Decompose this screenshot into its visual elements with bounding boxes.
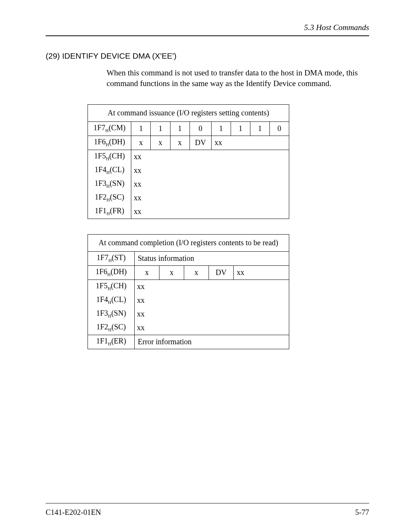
cl-value: xx	[131, 164, 289, 177]
sn-row-2: 1F3H(SN) xx	[88, 307, 289, 321]
running-header: 5.3 Host Commands	[46, 23, 369, 35]
fr-label: 1F1H(FR)	[88, 205, 131, 219]
sc-row: 1F2H(SC) xx	[88, 191, 289, 205]
footer-page-number: 5-77	[355, 508, 369, 517]
cm-row: 1F7H(CM) 1 1 1 0 1 1 1 0	[88, 121, 289, 136]
sc2-label: 1F2H(SC)	[88, 321, 135, 335]
sc2-value: xx	[135, 321, 289, 335]
fr-row: 1F1H(FR) xx	[88, 205, 289, 219]
st-label: 1F7H(ST)	[88, 251, 135, 265]
st-value: Status information	[135, 251, 289, 265]
dh-bits-low: xx	[211, 136, 289, 150]
dh-bit-7: x	[131, 136, 151, 150]
st-row: 1F7H(ST) Status information	[88, 251, 289, 265]
sc-row-2: 1F2H(SC) xx	[88, 321, 289, 335]
ch-row: 1F5H(CH) xx	[88, 150, 289, 164]
cm-bit-3: 1	[211, 121, 231, 136]
dh2-bits-low: xx	[234, 265, 289, 280]
cm-bit-2: 1	[231, 121, 250, 136]
cl-label: 1F4H(CL)	[88, 164, 131, 177]
sn2-label: 1F3H(SN)	[88, 307, 135, 321]
dh2-bit-4: DV	[209, 265, 234, 280]
ch-label: 1F5H(CH)	[88, 150, 131, 164]
dh-bit-4: DV	[190, 136, 211, 150]
cm-bit-6: 1	[151, 121, 170, 136]
cm-bit-1: 1	[250, 121, 269, 136]
dh2-bit-7: x	[135, 265, 159, 280]
cm-label: 1F7H(CM)	[88, 121, 131, 136]
dh-row-2: 1F6H(DH) x x x DV xx	[88, 265, 289, 280]
section-title-text: (29) IDENTIFY DEVICE DMA (X'EE')	[46, 51, 177, 60]
ch-row-2: 1F5H(CH) xx	[88, 280, 289, 294]
cl-row: 1F4H(CL) xx	[88, 164, 289, 177]
footer-doc-id: C141-E202-01EN	[46, 508, 101, 517]
sn-label: 1F3H(SN)	[88, 177, 131, 191]
caption-row-2: At command completion (I/O registers con…	[88, 234, 289, 251]
er-row: 1F1H(ER) Error information	[88, 335, 289, 349]
footer: C141-E202-01EN 5-77	[46, 508, 369, 517]
section-title: (29) IDENTIFY DEVICE DMA (X'EE')	[46, 51, 369, 61]
header-rule	[46, 35, 369, 36]
cl2-value: xx	[135, 294, 289, 307]
sc-label: 1F2H(SC)	[88, 191, 131, 205]
cm-bit-5: 1	[170, 121, 190, 136]
dh-label: 1F6H(DH)	[88, 136, 131, 150]
caption-row: At command issuance (I/O registers setti…	[88, 104, 289, 121]
body-content: When this command is not used to transfe…	[107, 67, 362, 89]
dh-bit-5: x	[170, 136, 190, 150]
cl-row-2: 1F4H(CL) xx	[88, 294, 289, 307]
dh2-bit-6: x	[159, 265, 184, 280]
ch-value: xx	[131, 150, 289, 164]
cm-bit-7: 1	[131, 121, 151, 136]
sn-row: 1F3H(SN) xx	[88, 177, 289, 191]
footer-rule	[46, 503, 369, 503]
table2-caption: At command completion (I/O registers con…	[88, 234, 289, 251]
er-value: Error information	[135, 335, 289, 349]
description: When this command is not used to transfe…	[107, 67, 362, 89]
sn-value: xx	[131, 177, 289, 191]
description-text: When this command is not used to transfe…	[107, 68, 358, 88]
cm-bit-4: 0	[190, 121, 211, 136]
sn2-value: xx	[135, 307, 289, 321]
sc-value: xx	[131, 191, 289, 205]
dh-bit-6: x	[151, 136, 170, 150]
issuance-table: At command issuance (I/O registers setti…	[88, 104, 289, 219]
cm-bit-0: 0	[269, 121, 289, 136]
page: 5.3 Host Commands (29) IDENTIFY DEVICE D…	[0, 0, 411, 532]
cl2-label: 1F4H(CL)	[88, 294, 135, 307]
dh2-label: 1F6H(DH)	[88, 265, 135, 280]
ch2-value: xx	[135, 280, 289, 294]
table1-caption: At command issuance (I/O registers setti…	[88, 104, 289, 121]
running-header-text: 5.3 Host Commands	[304, 23, 369, 32]
er-label: 1F1H(ER)	[88, 335, 135, 349]
fr-value: xx	[131, 205, 289, 219]
ch2-label: 1F5H(CH)	[88, 280, 135, 294]
dh2-bit-5: x	[184, 265, 209, 280]
dh-row: 1F6H(DH) x x x DV xx	[88, 136, 289, 150]
completion-table: At command completion (I/O registers con…	[88, 234, 289, 349]
